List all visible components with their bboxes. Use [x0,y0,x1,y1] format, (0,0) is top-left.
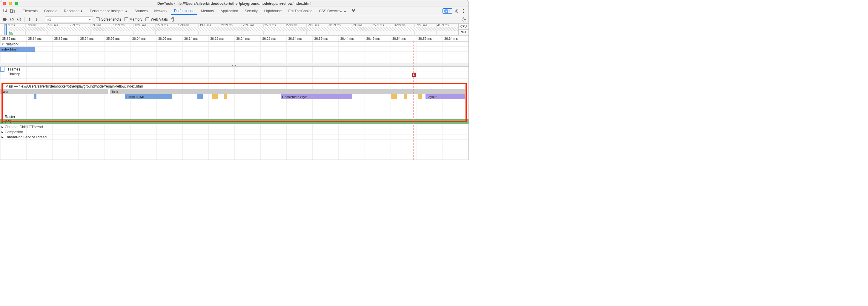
expand-icon[interactable]: ▶ [1,131,4,134]
ruler-tick: 36.09 ms [156,35,182,41]
ruler-tick: 36.04 ms [130,35,156,41]
spacer-row [0,79,468,84]
reload-icon[interactable] [10,17,14,22]
raster-track[interactable]: ▶Raster [0,114,468,119]
more-tabs-icon[interactable] [350,8,357,15]
expand-icon[interactable]: ▶ [1,136,4,139]
tab-sources[interactable]: Sources [132,7,151,15]
collapse-icon[interactable]: ▼ [1,85,4,88]
ruler-tick: 36.39 ms [312,35,338,41]
yellow-sliver-2[interactable] [224,94,227,99]
timing-marker-l[interactable]: L [412,73,416,77]
overview-side-labels: CPU NET [458,24,468,35]
ruler-tick: 36.59 ms [416,35,442,41]
threadpool-track[interactable]: ▶ThreadPoolServiceThread [0,135,468,140]
ruler-tick: 36.19 ms [209,35,235,41]
perf-settings-icon[interactable] [461,17,466,22]
gpu-track[interactable]: ▶GPU [0,119,468,124]
network-bar-index-html[interactable]: index.html () [0,47,35,52]
tab-editthiscookie[interactable]: EditThisCookie [285,7,315,15]
recalculate-style-bar[interactable]: Recalculate Style [281,94,352,99]
timings-track[interactable]: Timings L [0,72,468,79]
ruler-tick: 36.24 ms [235,35,260,41]
expand-icon[interactable]: ▶ [1,120,4,123]
overview-hatch [9,27,458,31]
cpu-label: CPU [459,24,468,30]
svg-point-7 [456,10,457,12]
chrome-io-track[interactable]: ▶Chrome_ChildIOThread [0,124,468,130]
screenshots-checkbox[interactable]: Screenshots [96,17,121,22]
delete-icon[interactable] [171,17,175,22]
expand-icon[interactable]: ▶ [1,115,4,118]
tab-network[interactable]: Network [151,7,170,15]
network-track-header[interactable]: ▼Network [0,41,468,47]
compositor-track[interactable]: ▶Compositor [0,130,468,135]
settings-icon[interactable] [453,8,460,15]
ruler-tick: 35.89 ms [52,35,78,41]
network-request-row[interactable]: index.html () [0,47,468,52]
current-time-line [413,41,413,160]
overview-window-handle[interactable] [4,24,7,35]
frames-track[interactable]: Frames [0,66,468,72]
tab-performance-insights-[interactable]: Performance insights ▲ [87,7,131,15]
ruler-tick: 36.49 ms [365,35,391,41]
gpu-bar[interactable] [0,119,468,124]
inspect-icon[interactable] [2,8,9,15]
tab-lighthouse[interactable]: Lighthouse [261,7,285,15]
tab-performance[interactable]: Performance [171,7,198,15]
tab-application[interactable]: Application [218,7,241,15]
tab-memory[interactable]: Memory [198,7,217,15]
svg-point-10 [463,12,464,13]
upload-icon[interactable] [28,17,32,22]
main-track-header[interactable]: ▼Main — file:///Users/silverbirder/docke… [0,84,468,89]
tab-css-overview-[interactable]: CSS Overview ▲ [316,7,350,15]
tab-elements[interactable]: Elements [20,7,41,15]
task-bar-1[interactable]: Task [0,89,108,94]
memory-checkbox[interactable]: Memory [124,17,143,22]
collapse-separator[interactable]: ••• [0,64,468,66]
yellow-sliver-5[interactable] [418,94,422,99]
tiny-bar[interactable] [34,94,36,99]
collapse-icon[interactable]: ▼ [1,43,4,46]
device-toggle-icon[interactable] [9,8,16,15]
timeline-overview[interactable]: 199 ms399 ms599 ms799 ms999 ms1199 ms139… [0,24,468,35]
net-label: NET [459,30,468,35]
main-empty [0,99,468,114]
svg-line-13 [18,18,20,21]
task-bar-2[interactable]: Task [110,89,465,94]
clear-icon[interactable] [17,17,21,22]
ruler-tick: 35.94 ms [78,35,104,41]
profile-select-value: #1 [47,17,51,22]
svg-rect-2 [12,10,14,13]
web-vitals-checkbox[interactable]: Web Vitals [146,17,168,22]
tab-console[interactable]: Console [41,7,60,15]
profile-select[interactable]: #1 ▾ [45,17,93,22]
issues-count: 1 [449,9,451,13]
parse-html-bar[interactable]: Parse HTML [125,94,172,99]
yellow-sliver-3[interactable] [391,94,397,99]
ruler-tick: 36.14 ms [182,35,209,41]
kebab-menu-icon[interactable] [460,8,467,15]
frame-marker[interactable] [0,67,4,72]
ruler-tick: 36.54 ms [391,35,416,41]
ruler-tick: 36.34 ms [286,35,312,41]
titlebar: DevTools - file:///Users/silverbirder/do… [0,0,468,7]
ruler-tick: 36.64 ms [442,35,468,41]
tab-recorder-[interactable]: Recorder ▲ [61,7,86,15]
ruler-tick: 35.84 ms [26,35,52,41]
yellow-sliver-4[interactable] [404,94,407,99]
flame-chart[interactable]: ▼Network index.html () ••• Frames Timing… [0,41,468,160]
layout-bar[interactable]: Layout [426,94,465,99]
tab-security[interactable]: Security [242,7,260,15]
ruler-tick: 36.29 ms [260,35,286,41]
record-icon[interactable] [3,17,7,22]
yellow-sliver-1[interactable] [212,94,218,99]
network-empty [0,52,468,64]
blue-sliver[interactable] [197,94,203,99]
devtools-window: DevTools - file:///Users/silverbirder/do… [0,0,469,160]
download-icon[interactable] [35,17,39,22]
time-ruler[interactable]: 35.79 ms35.84 ms35.89 ms35.94 ms35.99 ms… [0,35,468,41]
svg-point-9 [463,10,464,11]
expand-icon[interactable]: ▶ [1,126,4,129]
issues-button[interactable]: 1 [442,8,452,14]
